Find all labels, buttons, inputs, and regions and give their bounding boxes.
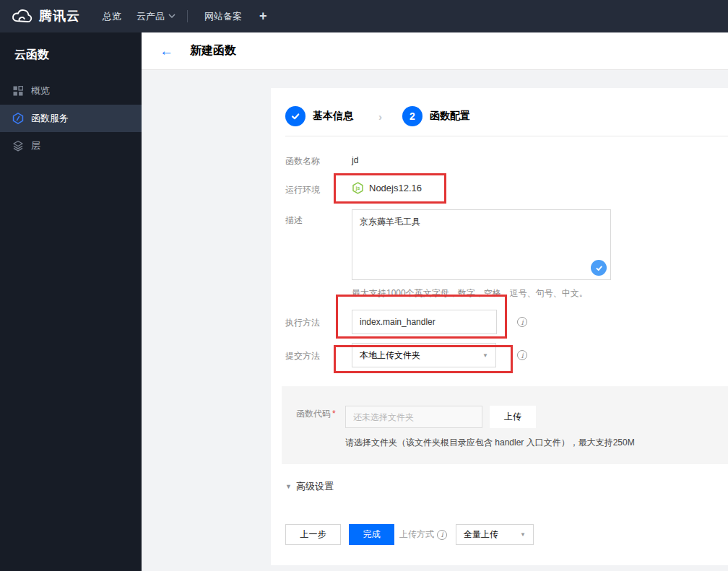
upload-mode-select[interactable]: 全量上传 ▼ [456,524,534,545]
page-title: 新建函数 [190,43,236,58]
folder-path-input[interactable] [345,406,482,428]
back-arrow-icon[interactable]: ← [160,44,173,58]
sidebar-item-label: 层 [31,139,40,152]
steps-divider [285,136,728,136]
layers-icon [12,140,24,152]
advanced-settings-toggle[interactable]: ▼ 高级设置 [285,480,334,493]
runtime-value: Nodejs12.16 [369,183,422,193]
sidebar: 云函数 概览 函数服务 层 [0,32,142,571]
top-navbar: 腾讯云 总览 云产品 网站备案 + [0,0,728,32]
add-tab-button[interactable]: + [259,0,267,32]
step-chevron-icon: › [378,110,382,123]
sidebar-item-function-service[interactable]: 函数服务 [0,105,142,132]
tencent-cloud-logo[interactable]: 腾讯云 [10,7,80,25]
handler-input[interactable] [352,310,497,334]
previous-step-button[interactable]: 上一步 [285,524,341,545]
sidebar-title: 云函数 [0,32,142,77]
submit-method-value: 本地上传文件夹 [360,349,420,362]
sidebar-item-label: 函数服务 [31,112,69,125]
handler-info-icon[interactable]: i [517,317,527,327]
description-textarea[interactable]: 京东薅羊毛工具 [352,209,611,280]
finish-button[interactable]: 完成 [349,524,394,545]
page-header: ← 新建函数 [142,32,728,70]
runtime-label: 运行环境 [285,184,320,196]
upload-mode-label-row: 上传方式 i [399,524,447,545]
valid-check-icon [591,260,607,276]
step2-label: 函数配置 [430,110,470,123]
handler-label: 执行方法 [285,317,320,329]
submit-method-info-icon[interactable]: i [517,350,527,360]
description-hint: 最大支持1000个英文字母，数字，空格，逗号、句号、中文。 [352,287,588,300]
upload-mode-info-icon[interactable]: i [437,530,447,540]
description-label: 描述 [285,214,303,227]
select-caret-icon: ▼ [520,531,526,538]
upload-mode-value: 全量上传 [464,528,498,541]
submit-method-select[interactable]: 本地上传文件夹 ▼ [352,343,496,367]
advanced-settings-label: 高级设置 [296,480,334,493]
runtime-value-row: js Nodejs12.16 [352,182,422,194]
function-code-label-text: 函数代码 [296,409,331,419]
select-caret-icon: ▼ [482,352,488,359]
step-indicator: 基本信息 › 2 函数配置 [285,106,470,126]
nav-divider [187,10,188,22]
nav-item-overview[interactable]: 总览 [103,0,121,32]
nodejs-icon: js [352,182,364,194]
sidebar-item-label: 概览 [31,84,50,97]
nodejs-icon-text: js [355,186,360,191]
check-icon [290,111,300,121]
function-name-value: jd [352,155,358,165]
sidebar-item-layers[interactable]: 层 [0,132,142,160]
nav-products-label: 云产品 [136,10,165,23]
function-name-label: 函数名称 [285,155,320,167]
function-code-hint: 请选择文件夹（该文件夹根目录应包含 handler 入口文件），最大支持250M [345,437,635,449]
brand-name: 腾讯云 [39,7,80,25]
chevron-down-icon [168,14,176,19]
sidebar-item-overview[interactable]: 概览 [0,77,142,105]
nav-item-icp[interactable]: 网站备案 [204,0,242,32]
upload-button[interactable]: 上传 [490,406,536,428]
grid-icon [12,85,24,97]
function-code-section: 函数代码* 上传 请选择文件夹（该文件夹根目录应包含 handler 入口文件）… [282,386,728,464]
cloud-logo-icon [10,8,33,25]
nav-item-products[interactable]: 云产品 [136,0,176,32]
step1-label: 基本信息 [313,110,353,123]
function-hexagon-icon [12,113,24,124]
step1-done-circle [285,106,306,126]
submit-method-label: 提交方法 [285,350,320,362]
upload-mode-label: 上传方式 [399,528,434,541]
create-function-card: 基本信息 › 2 函数配置 函数名称 jd 运行环境 js Nodejs12.1… [271,88,728,565]
step2-number-circle: 2 [402,106,422,126]
function-code-label: 函数代码* [296,408,336,420]
triangle-down-icon: ▼ [285,483,292,490]
required-asterisk: * [332,409,336,419]
